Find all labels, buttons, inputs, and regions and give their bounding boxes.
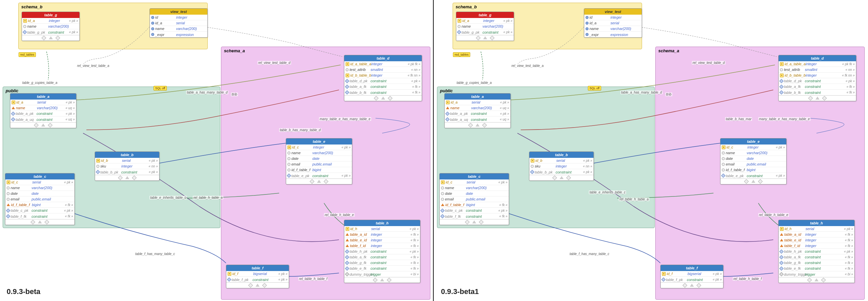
- table-h[interactable]: table_h id_hserial« pk »table_a_idintege…: [344, 220, 421, 283]
- table-column[interactable]: id_bserial« pk »: [95, 158, 159, 163]
- table-b-r[interactable]: table_b id_bserial« pk »skuinteger« nn »…: [529, 152, 594, 181]
- table-column[interactable]: table_a_fkconstraint« fk »: [344, 84, 422, 89]
- table-column[interactable]: id_f_table_fbigint: [720, 167, 786, 173]
- table-column[interactable]: namevarchar(200): [286, 150, 352, 156]
- table-column[interactable]: table_f_idinteger« fk »: [344, 243, 420, 249]
- table-column[interactable]: emailpublic.email: [440, 196, 509, 202]
- table-c[interactable]: table_c id_cserial« pk »namevarchar(200)…: [5, 173, 75, 225]
- table-h-r[interactable]: table_h id_hserial« pk »table_a_idintege…: [778, 220, 855, 283]
- table-column[interactable]: table_a_uqconstraint« uq »: [10, 116, 76, 122]
- table-column[interactable]: emailpublic.email: [286, 162, 352, 167]
- table-column[interactable]: namevarchar(200): [150, 26, 207, 32]
- view-test[interactable]: view_test idintegerid_aserialnamevarchar…: [150, 8, 208, 38]
- table-column[interactable]: table_b_pkconstraint« pk »: [95, 169, 159, 175]
- table-column[interactable]: table_h_pkconstraint« pk »: [344, 249, 420, 254]
- table-g[interactable]: table_g id_ainteger« pk »namevarchar(200…: [22, 12, 80, 41]
- table-a[interactable]: table_a id_aserial« pk »namevarchar(200)…: [10, 93, 76, 128]
- table-column[interactable]: table_f_fkconstraint« fk »: [5, 213, 74, 219]
- badge-sql-off-r[interactable]: SQL off: [588, 86, 601, 90]
- table-column[interactable]: id_aserial: [584, 20, 642, 26]
- table-column[interactable]: test_attribsmallint« nn »: [344, 67, 422, 73]
- table-column[interactable]: id_f_table_fbigint« fk »: [440, 202, 509, 208]
- table-column[interactable]: table_f_fkconstraint« fk »: [440, 213, 509, 219]
- table-column[interactable]: emailpublic.email: [5, 196, 74, 202]
- table-column[interactable]: table_a_idinteger« fk »: [344, 232, 420, 238]
- table-column[interactable]: table_e_idinteger« fk »: [344, 238, 420, 243]
- table-column[interactable]: table_a_idinteger« fk »: [779, 232, 855, 238]
- badge-red-tables[interactable]: red_tables: [19, 52, 36, 57]
- table-column[interactable]: table_e_pkconstraint« pk »: [720, 173, 786, 179]
- table-column[interactable]: id_cserial« pk »: [440, 180, 509, 185]
- table-column[interactable]: id_hserial« pk »: [344, 226, 420, 232]
- table-column[interactable]: table_g_pkconstraint« pk »: [456, 29, 514, 35]
- table-column[interactable]: namevarchar(200): [456, 24, 514, 29]
- table-column[interactable]: id_b_table_binteger« fk nn »: [779, 73, 856, 78]
- table-column[interactable]: id_cinteger« pk »: [720, 144, 786, 150]
- table-column[interactable]: namevarchar(200): [5, 185, 74, 191]
- table-column[interactable]: table_c_pkconstraint« pk »: [5, 208, 74, 213]
- table-column[interactable]: table_e_fkconstraint« fk »: [344, 266, 420, 271]
- table-column[interactable]: test_attribsmallint« nn »: [779, 67, 856, 73]
- table-column[interactable]: table_b_pkconstraint« pk »: [529, 169, 593, 175]
- table-column[interactable]: id_cinteger« pk »: [286, 144, 352, 150]
- table-column[interactable]: id_hserial« pk »: [779, 226, 855, 232]
- table-a-r[interactable]: table_a id_aserial« pk »namevarchar(200)…: [444, 93, 511, 128]
- table-column[interactable]: table_g_pkconstraint« pk »: [22, 29, 80, 35]
- table-column[interactable]: id_b_table_binteger« fk nn »: [344, 73, 422, 78]
- table-f-r[interactable]: table_f id_fbigserial« pk »table_f_pkcon…: [660, 265, 723, 289]
- table-column[interactable]: datedate: [5, 191, 74, 196]
- table-d[interactable]: table_d id_a_table_ainteger« pk fk »test…: [344, 55, 422, 101]
- table-column[interactable]: table_a_uqconstraint« uq »: [445, 116, 510, 122]
- table-column[interactable]: namevarchar(200): [440, 185, 509, 191]
- table-column[interactable]: id_fbigserial« pk »: [661, 271, 723, 277]
- table-column[interactable]: namevarchar(200): [720, 150, 786, 156]
- table-column[interactable]: table_e_fkconstraint« fk »: [779, 266, 855, 271]
- table-column[interactable]: idinteger: [584, 15, 642, 20]
- view-test-r[interactable]: view_test idintegerid_aserialnamevarchar…: [584, 8, 642, 38]
- table-column[interactable]: id_fbigserial« pk »: [226, 271, 289, 277]
- table-column[interactable]: table_a_fkconstraint« fk »: [344, 254, 420, 260]
- table-column[interactable]: namevarchar(200): [22, 24, 80, 29]
- table-column[interactable]: dummy_triggertrigger« bi »: [344, 271, 420, 277]
- table-column[interactable]: id_ainteger« pk »: [456, 18, 514, 24]
- table-column[interactable]: id_cserial« pk »: [5, 180, 74, 185]
- table-column[interactable]: table_b_fkconstraint« fk »: [344, 89, 422, 95]
- table-column[interactable]: id_f_table_fbigint: [286, 167, 352, 173]
- table-column[interactable]: table_a_fkconstraint« fk »: [779, 84, 856, 89]
- table-column[interactable]: namevarchar(200)« uq »: [10, 105, 76, 111]
- table-column[interactable]: datedate: [440, 191, 509, 196]
- table-column[interactable]: namevarchar(200)« uq »: [445, 105, 510, 111]
- table-d-r[interactable]: table_d id_a_table_ainteger« pk fk »test…: [778, 55, 856, 101]
- table-b[interactable]: table_b id_bserial« pk »skuinteger« nn »…: [95, 152, 159, 181]
- table-column[interactable]: table_f_pkconstraint« pk »: [661, 277, 723, 282]
- table-column[interactable]: table_a_pkconstraint« pk »: [445, 111, 510, 116]
- badge-sql-off[interactable]: SQL off: [154, 86, 167, 90]
- table-column[interactable]: namevarchar(200): [584, 26, 642, 32]
- table-g-r[interactable]: table_g id_ainteger« pk »namevarchar(200…: [456, 12, 514, 41]
- table-f[interactable]: table_f id_fbigserial« pk »table_f_pkcon…: [226, 265, 289, 289]
- table-e-r[interactable]: table_e id_cinteger« pk »namevarchar(200…: [720, 138, 786, 185]
- table-column[interactable]: _exprexpression: [150, 32, 207, 37]
- table-column[interactable]: _exprexpression: [584, 32, 642, 37]
- table-column[interactable]: datedate: [720, 156, 786, 162]
- table-column[interactable]: table_f_idinteger« fk »: [779, 243, 855, 249]
- table-column[interactable]: table_g_fkconstraint« fk »: [344, 260, 420, 266]
- table-column[interactable]: id_a_table_ainteger« pk fk »: [779, 61, 856, 67]
- table-column[interactable]: table_f_pkconstraint« pk »: [226, 277, 289, 282]
- table-column[interactable]: datedate: [286, 156, 352, 162]
- table-column[interactable]: table_b_fkconstraint« fk »: [779, 89, 856, 95]
- table-column[interactable]: id_ainteger« pk »: [22, 18, 80, 24]
- table-c-r[interactable]: table_c id_cserial« pk »namevarchar(200)…: [439, 173, 509, 225]
- table-column[interactable]: id_aserial: [150, 20, 207, 26]
- table-column[interactable]: emailpublic.email: [720, 162, 786, 167]
- table-column[interactable]: idinteger: [150, 15, 207, 20]
- table-column[interactable]: dummy_triggertrigger« bi »: [779, 271, 855, 277]
- table-column[interactable]: table_e_idinteger« fk »: [779, 238, 855, 243]
- table-column[interactable]: table_a_fkconstraint« fk »: [779, 254, 855, 260]
- table-column[interactable]: table_g_fkconstraint« fk »: [779, 260, 855, 266]
- table-column[interactable]: skuinteger« nn »: [95, 163, 159, 169]
- table-e[interactable]: table_e id_cinteger« pk »namevarchar(200…: [286, 138, 352, 185]
- table-column[interactable]: table_a_pkconstraint« pk »: [10, 111, 76, 116]
- table-column[interactable]: table_d_pkconstraint« pk »: [344, 78, 422, 84]
- table-column[interactable]: id_aserial« pk »: [10, 100, 76, 105]
